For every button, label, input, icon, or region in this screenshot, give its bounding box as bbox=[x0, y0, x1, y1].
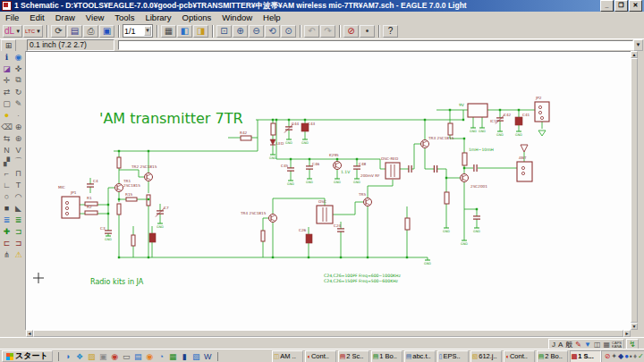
quicklaunch-icon-12[interactable]: ▧ bbox=[191, 352, 202, 361]
junction[interactable] bbox=[107, 204, 109, 206]
circle-tool-icon[interactable]: ○ bbox=[1, 190, 13, 202]
junction[interactable] bbox=[463, 167, 465, 169]
junction[interactable] bbox=[336, 158, 338, 160]
polarized-capacitor[interactable] bbox=[149, 233, 156, 242]
value-tool-icon[interactable]: V bbox=[13, 144, 24, 156]
move-tool-icon[interactable]: ✛ bbox=[1, 74, 13, 86]
led-symbol[interactable] bbox=[270, 139, 275, 145]
junction[interactable] bbox=[449, 109, 451, 111]
window-titlebar[interactable]: 1 Schematic - D:¥TOOLS¥EAGLE-7.0.0¥good-… bbox=[0, 0, 644, 12]
transistor[interactable] bbox=[115, 184, 123, 192]
component-box[interactable] bbox=[535, 102, 549, 122]
delete-tool-icon[interactable]: ⌫ bbox=[1, 121, 13, 132]
horizontal-scroll-thumb[interactable] bbox=[33, 330, 623, 337]
junction[interactable] bbox=[118, 150, 120, 152]
vertical-scroll-thumb[interactable] bbox=[631, 58, 638, 323]
grid-settings-button[interactable]: ⊞ bbox=[1, 39, 16, 52]
quicklaunch-icon-1[interactable]: ◗ bbox=[63, 352, 74, 361]
show-tool-icon[interactable]: ◉ bbox=[13, 51, 24, 63]
transistor[interactable] bbox=[364, 198, 372, 206]
arc-tool-icon[interactable]: ◠ bbox=[13, 190, 24, 202]
component-box[interactable] bbox=[386, 163, 400, 179]
tray-icon-6[interactable]: ♦ bbox=[633, 352, 637, 360]
transistor[interactable] bbox=[461, 174, 469, 182]
quicklaunch-icon-6[interactable]: ▭ bbox=[121, 352, 132, 361]
split-tool-icon[interactable]: ⌐ bbox=[1, 167, 13, 179]
run-button[interactable]: • bbox=[360, 25, 375, 38]
transistor[interactable] bbox=[421, 140, 429, 148]
resistor[interactable] bbox=[261, 231, 265, 241]
junction-tool-icon[interactable]: ✚ bbox=[1, 225, 13, 237]
task-button[interactable]: ◫AM .. bbox=[272, 350, 303, 362]
layer-button[interactable]: ◧ bbox=[177, 25, 192, 38]
save-button[interactable]: ▤ bbox=[67, 25, 82, 38]
grid-button[interactable]: ▦ bbox=[161, 25, 176, 38]
designlink-button[interactable]: dL▼ bbox=[3, 25, 22, 38]
colors-button[interactable]: ◨ bbox=[193, 25, 208, 38]
junction[interactable] bbox=[275, 119, 277, 121]
menu-edit[interactable]: Edit bbox=[24, 13, 49, 22]
rotate-tool-icon[interactable]: ↻ bbox=[13, 86, 24, 97]
quicklaunch-icon-9[interactable]: ◔ bbox=[156, 352, 167, 361]
component-box[interactable] bbox=[62, 197, 80, 218]
vertical-scrollbar[interactable]: ▲ ▼ bbox=[631, 51, 638, 330]
polygon-tool-icon[interactable]: ◣ bbox=[13, 202, 24, 214]
dimension-tool-icon[interactable]: ⊐ bbox=[13, 237, 24, 248]
zoom-redraw-button[interactable]: ⟲ bbox=[265, 25, 280, 38]
mirror-tool-icon[interactable]: ⇄ bbox=[1, 86, 13, 97]
junction[interactable] bbox=[462, 119, 464, 121]
print-button[interactable]: ⎙ bbox=[83, 25, 98, 38]
resistor[interactable] bbox=[117, 204, 121, 215]
display-tool-icon[interactable]: ◪ bbox=[1, 63, 13, 74]
sheet-combo[interactable]: 1/1▼ bbox=[123, 24, 153, 38]
resistor[interactable] bbox=[271, 123, 275, 135]
task-button[interactable]: ▧612.j.. bbox=[470, 350, 502, 362]
junction[interactable] bbox=[148, 198, 149, 200]
resistor[interactable] bbox=[448, 123, 453, 135]
task-button[interactable]: ▤1 S... bbox=[570, 350, 601, 362]
junction[interactable] bbox=[406, 257, 408, 258]
attribute-tool-icon[interactable]: ⊏ bbox=[1, 237, 13, 248]
menu-draw[interactable]: Draw bbox=[50, 13, 80, 22]
resistor[interactable] bbox=[241, 136, 251, 140]
tray-icon-5[interactable]: ▪ bbox=[630, 352, 632, 360]
resistor[interactable] bbox=[131, 235, 135, 246]
change-tool-icon[interactable]: ✎ bbox=[13, 97, 24, 109]
junction[interactable] bbox=[340, 257, 342, 258]
zoom-fit-button[interactable]: ⊡ bbox=[216, 25, 232, 38]
net-tool-icon[interactable]: ≣ bbox=[13, 214, 24, 225]
junction[interactable] bbox=[463, 138, 465, 139]
cut-tool-icon[interactable]: · bbox=[13, 109, 24, 121]
tray-icon-1[interactable]: ⊘ bbox=[605, 352, 611, 360]
minimize-button[interactable]: _ bbox=[600, 0, 614, 12]
horizontal-scrollbar[interactable]: ◄ ► bbox=[26, 330, 631, 337]
antenna-symbol[interactable] bbox=[521, 145, 528, 152]
junction[interactable] bbox=[445, 177, 447, 179]
task-button[interactable]: ▯EPS.. bbox=[437, 350, 469, 362]
transistor[interactable] bbox=[334, 162, 342, 170]
errors-tool-icon[interactable]: ⚠ bbox=[13, 248, 24, 260]
resistor[interactable] bbox=[445, 192, 449, 204]
scroll-right-icon[interactable]: ► bbox=[623, 330, 631, 337]
junction[interactable] bbox=[309, 158, 310, 160]
menu-tools[interactable]: Tools bbox=[109, 13, 140, 22]
task-button[interactable]: ◖Cont.. bbox=[305, 350, 336, 362]
scroll-down-icon[interactable]: ▼ bbox=[631, 323, 638, 330]
add-tool-icon[interactable]: ⊕ bbox=[13, 121, 24, 132]
name-tool-icon[interactable]: N bbox=[1, 144, 13, 156]
junction[interactable] bbox=[499, 109, 501, 111]
erc-tool-icon[interactable]: ⋔ bbox=[1, 248, 13, 260]
resistor[interactable] bbox=[117, 157, 121, 168]
info-tool-icon[interactable]: ℹ bbox=[1, 51, 13, 63]
rect-tool-icon[interactable]: ■ bbox=[1, 202, 13, 214]
pinswap-tool-icon[interactable]: ⇆ bbox=[1, 132, 13, 144]
start-button[interactable]: スタート bbox=[2, 350, 53, 362]
menu-view[interactable]: View bbox=[80, 13, 109, 22]
junction[interactable] bbox=[518, 109, 520, 111]
junction[interactable] bbox=[288, 119, 290, 121]
junction[interactable] bbox=[148, 150, 149, 152]
ltspice-button[interactable]: LTC▼ bbox=[23, 25, 43, 38]
bus-tool-icon[interactable]: ≣ bbox=[1, 214, 13, 225]
menu-file[interactable]: File bbox=[0, 13, 24, 22]
task-button[interactable]: ▤2 Bo.. bbox=[537, 350, 568, 362]
